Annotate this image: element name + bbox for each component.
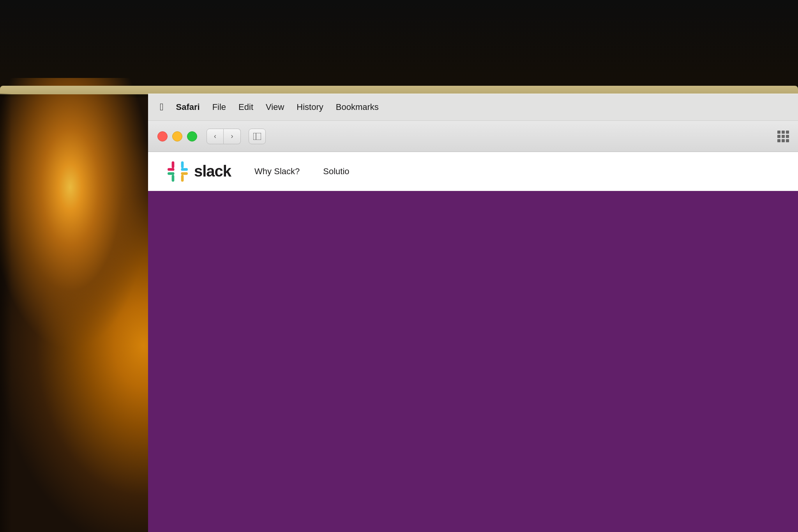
laptop-wrapper:  Safari File Edit View History Bookmark… (148, 0, 798, 532)
slack-logo-text: slack (194, 163, 231, 180)
macos-menubar:  Safari File Edit View History Bookmark… (148, 94, 798, 121)
forward-button[interactable]: › (224, 129, 241, 144)
nav-buttons: ‹ › (207, 129, 241, 144)
minimize-button[interactable] (172, 131, 182, 141)
maximize-button[interactable] (187, 131, 197, 141)
safari-menu[interactable]: Safari (176, 102, 200, 112)
slack-logo-icon (168, 161, 188, 182)
view-menu[interactable]: View (266, 102, 284, 112)
browser-content: slack Why Slack? Solutio (148, 152, 798, 532)
slack-navbar: slack Why Slack? Solutio (148, 152, 798, 191)
sidebar-icon (253, 133, 261, 140)
back-button[interactable]: ‹ (207, 129, 224, 144)
tab-grid-button[interactable] (776, 129, 790, 143)
slack-nav-solutions[interactable]: Solutio (323, 166, 349, 177)
edit-menu[interactable]: Edit (238, 102, 253, 112)
back-icon: ‹ (214, 132, 216, 140)
left-edge-shadow (0, 94, 12, 532)
slack-nav-why[interactable]: Why Slack? (254, 166, 300, 177)
svg-rect-3 (172, 161, 175, 168)
svg-rect-6 (172, 175, 175, 181)
svg-rect-11 (181, 168, 184, 171)
forward-icon: › (231, 132, 233, 140)
file-menu[interactable]: File (212, 102, 226, 112)
slack-logo[interactable]: slack (168, 161, 231, 182)
history-menu[interactable]: History (297, 102, 323, 112)
safari-toolbar: ‹ › (148, 121, 798, 152)
close-button[interactable] (157, 131, 168, 141)
sidebar-toggle-button[interactable] (249, 129, 266, 144)
svg-rect-0 (253, 133, 261, 140)
slack-hero-section (148, 191, 798, 532)
apple-menu-icon[interactable]:  (160, 101, 164, 113)
traffic-lights (157, 131, 197, 141)
svg-rect-9 (181, 175, 184, 181)
svg-rect-5 (181, 161, 184, 168)
svg-rect-12 (172, 172, 175, 175)
svg-rect-13 (181, 172, 184, 175)
bookmarks-menu[interactable]: Bookmarks (336, 102, 379, 112)
svg-rect-10 (172, 168, 175, 171)
grid-dots-icon (777, 131, 789, 142)
lamp-glow (0, 78, 152, 351)
